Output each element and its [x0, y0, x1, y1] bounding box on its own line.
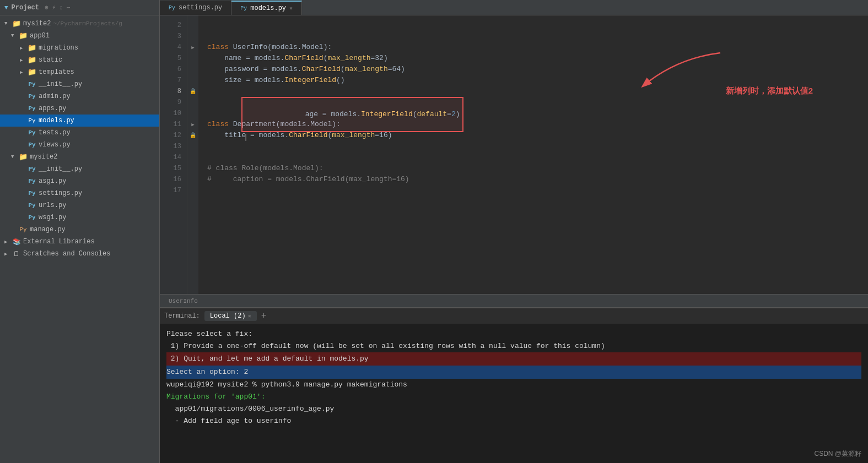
py-tab-icon-settings: Py	[169, 5, 175, 11]
tree-models[interactable]: ▶ Py models.py	[0, 115, 159, 127]
project-collapse-icon[interactable]: ▼	[4, 4, 8, 11]
line-numbers: 2 3 4 5 6 7 8 9 10 11 12 13 14 15 16 17	[160, 15, 187, 294]
line-num-17: 17	[174, 185, 181, 196]
tree-views[interactable]: ▶ Py views.py	[0, 139, 159, 151]
gutter-3	[187, 31, 198, 42]
term-line-2: 1) Provide a one-off default now (will b…	[166, 340, 861, 352]
project-title: Project	[12, 4, 39, 12]
py-icon-models: Py	[28, 116, 36, 125]
editor-area: 2 3 4 5 6 7 8 9 10 11 12 13 14 15 16 17 …	[160, 15, 868, 294]
templates-folder-icon: 📁	[28, 68, 36, 77]
term-line-3: 2) Quit, and let me add a default in mod…	[166, 352, 861, 366]
tree-ext-libs[interactable]: ▶ 📚 External Libraries	[0, 236, 159, 248]
gutter-7	[187, 75, 198, 86]
app-folder-icon: 📁	[19, 31, 28, 40]
terminal-area: Terminal: Local (2) ✕ + Please select a …	[160, 307, 868, 463]
term-line-8: - Add field age to userinfo	[166, 415, 861, 427]
py-icon-tests: Py	[28, 128, 36, 137]
code-line-17	[207, 185, 868, 196]
gutter-8: 🔒	[187, 86, 198, 97]
tab-models[interactable]: Py models.py ✕	[231, 1, 302, 15]
term-line-6: Migrations for 'app01':	[166, 391, 861, 403]
tree-templates[interactable]: ▶ 📁 templates	[0, 66, 159, 78]
py-icon-apps: Py	[28, 104, 36, 113]
gutter-16	[187, 174, 198, 185]
term-line-4: Select an option: 2	[166, 366, 861, 379]
gutter-6	[187, 64, 198, 75]
code-line-6: password = models.CharField(max_length=6…	[207, 64, 868, 75]
main-panel: Py settings.py Py models.py ✕ 2 3 4 5 6 …	[160, 0, 868, 463]
py-icon-admin: Py	[28, 92, 36, 101]
line-num-15: 15	[174, 163, 181, 174]
line-num-4: 4	[177, 42, 181, 53]
project-header: ▼ Project ⚙ ⚡ ↕ ⋯	[0, 0, 159, 15]
line-num-7: 7	[177, 75, 181, 86]
tree-app01[interactable]: ▼ 📁 app01	[0, 30, 159, 42]
code-line-2	[207, 20, 868, 31]
terminal-tab-bar: Terminal: Local (2) ✕ +	[160, 307, 868, 324]
gutter-10	[187, 108, 198, 119]
tree-init2[interactable]: ▶ Py __init__.py	[0, 163, 159, 175]
static-folder-icon: 📁	[28, 56, 36, 64]
term-line-5: wupeiqi@192 mysite2 % python3.9 manage.p…	[166, 379, 861, 391]
line-num-13: 13	[174, 141, 181, 152]
migrations-folder-icon: 📁	[28, 43, 36, 52]
tree-static[interactable]: ▶ 📁 static	[0, 54, 159, 66]
tree-wsgi[interactable]: ▶ Py wsgi.py	[0, 211, 159, 224]
tree-admin[interactable]: ▶ Py admin.py	[0, 90, 159, 102]
tree-asgi[interactable]: ▶ Py asgi.py	[0, 175, 159, 187]
tree-migrations[interactable]: ▶ 📁 migrations	[0, 42, 159, 54]
py-tab-icon-models: Py	[240, 6, 247, 12]
tab-close-models[interactable]: ✕	[289, 5, 293, 12]
code-line-7: size = models.IntegerField()	[207, 75, 868, 86]
line-num-2: 2	[177, 20, 181, 31]
line-num-6: 6	[177, 64, 181, 75]
project-icons: ⚙ ⚡ ↕ ⋯	[45, 4, 70, 11]
gutter-9	[187, 97, 198, 108]
tree-scratches[interactable]: ▶ 🗒 Scratches and Consoles	[0, 248, 159, 260]
gutter-class-arrow-4: ▶	[187, 42, 198, 53]
tab-settings[interactable]: Py settings.py	[160, 1, 231, 15]
breadcrumb-bar: UserInfo	[160, 294, 868, 307]
code-line-15: # class Role(models.Model):	[207, 163, 868, 174]
tree-mysite2-pkg[interactable]: ▼ 📁 mysite2	[0, 151, 159, 163]
gutter-class-arrow-11: ▶	[187, 119, 198, 130]
py-icon-asgi: Py	[28, 177, 36, 186]
terminal-label: Terminal:	[164, 312, 200, 320]
sidebar: 1: Project 2: Structure ▼ Project ⚙ ⚡ ↕ …	[0, 0, 160, 463]
line-num-14: 14	[174, 152, 181, 163]
mysite2-pkg-folder-icon: 📁	[19, 152, 28, 161]
ext-libs-icon: 📚	[12, 237, 21, 246]
py-icon-views: Py	[28, 140, 36, 149]
tree-settings[interactable]: ▶ Py settings.py	[0, 187, 159, 199]
tree-tests[interactable]: ▶ Py tests.py	[0, 127, 159, 139]
gutter-14	[187, 152, 198, 163]
tree-manage[interactable]: ▶ Py manage.py	[0, 224, 159, 236]
py-icon-wsgi: Py	[28, 213, 36, 222]
tree-mysite2-root[interactable]: ▼ 📁 mysite2 ~/PycharmProjects/g	[0, 18, 159, 30]
gutter-2	[187, 20, 198, 31]
terminal-tab-close[interactable]: ✕	[248, 313, 251, 319]
editor-tabs: Py settings.py Py models.py ✕	[160, 0, 868, 15]
code-line-14	[207, 152, 868, 163]
gutter-17	[187, 185, 198, 196]
tree-urls[interactable]: ▶ Py urls.py	[0, 199, 159, 211]
code-line-3	[207, 31, 868, 42]
code-line-13	[207, 141, 868, 152]
term-line-1: Please select a fix:	[166, 328, 861, 340]
line-num-9: 9	[177, 97, 181, 108]
terminal-tab-local[interactable]: Local (2) ✕	[204, 311, 257, 321]
code-line-5: name = models.CharField(max_length=32)	[207, 53, 868, 64]
tree-apps[interactable]: ▶ Py apps.py	[0, 102, 159, 115]
py-icon-settings: Py	[28, 189, 36, 198]
line-num-5: 5	[177, 53, 181, 64]
code-content[interactable]: class UserInfo(models.Model): name = mod…	[198, 15, 868, 294]
editor-gutter: ▶ 🔒 ▶ 🔒	[187, 15, 198, 294]
manage-icon: Py	[19, 225, 28, 234]
tree-init1[interactable]: ▶ Py __init__.py	[0, 78, 159, 90]
code-line-8: age = models.IntegerField(default=2) |	[207, 86, 868, 97]
terminal-content: Please select a fix: 1) Provide a one-of…	[160, 324, 868, 463]
folder-icon: 📁	[12, 19, 21, 28]
file-tree: ▼ 📁 mysite2 ~/PycharmProjects/g ▼ 📁 app0…	[0, 15, 159, 463]
terminal-add-button[interactable]: +	[261, 311, 267, 321]
